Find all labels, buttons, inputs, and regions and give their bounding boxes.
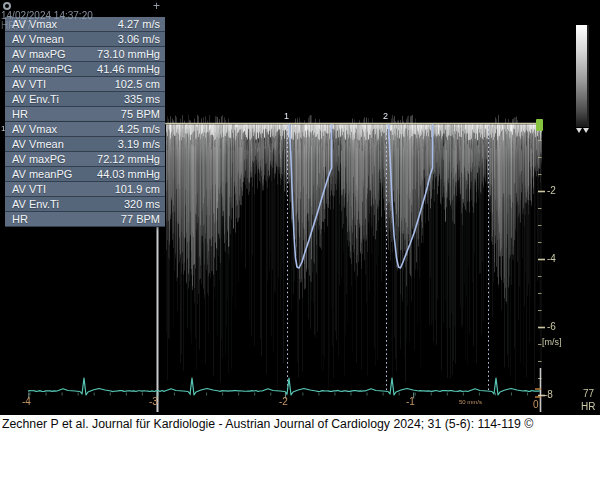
- citation-text: Zechner P et al. Journal für Kardiologie…: [2, 417, 533, 431]
- measurement-value: 44.03 mmHg: [97, 167, 165, 181]
- measurement-value: 72.12 mmHg: [97, 152, 165, 166]
- measurement-row: AV meanPG41.46 mmHg: [5, 62, 165, 77]
- footer-strip: Zechner P et al. Journal für Kardiologie…: [0, 415, 600, 479]
- measurement-value: 335 ms: [124, 92, 165, 106]
- measurement-row: AV Env.Ti335 ms: [5, 92, 165, 107]
- doppler-baseline-marker[interactable]: [536, 119, 543, 131]
- measurement-label: AV maxPG: [5, 47, 66, 61]
- measurement-value: 101.9 cm: [115, 182, 165, 196]
- measurement-label: AV Vmean: [5, 32, 64, 46]
- measurement-label: AV Env.Ti: [5, 197, 59, 211]
- measurement-label: AV meanPG: [5, 167, 72, 181]
- time-axis-label: -1: [406, 396, 415, 407]
- measurement-row: AV maxPG72.12 mmHg: [5, 152, 165, 167]
- measurement-label: AV maxPG: [5, 152, 66, 166]
- hr-overlay-label: HR: 77: [1, 20, 32, 31]
- measurement-set-marker: 1: [1, 124, 5, 133]
- measurement-label: HR: [5, 212, 28, 226]
- velocity-axis-label: -2: [547, 185, 556, 196]
- measurement-value: 73.10 mmHg: [97, 47, 165, 61]
- measurement-value: 102.5 cm: [115, 77, 165, 91]
- measurement-label: AV VTI: [5, 77, 46, 91]
- measurement-value: 4.27 m/s: [118, 17, 165, 31]
- measurement-row: AV VTI102.5 cm: [5, 77, 165, 92]
- beat-marker: 2: [383, 111, 388, 121]
- measurement-row: AV Vmax4.25 m/s: [5, 122, 165, 137]
- measurement-value: 3.06 m/s: [118, 32, 165, 46]
- beat-marker: 1: [284, 111, 289, 121]
- measurement-row: AV Env.Ti320 ms: [5, 197, 165, 212]
- measurement-row: AV meanPG44.03 mmHg: [5, 167, 165, 182]
- measurement-value: 320 ms: [124, 197, 165, 211]
- measurement-panel-1: AV Vmax4.27 m/s AV Vmean3.06 m/s AV maxP…: [5, 17, 165, 122]
- velocity-axis-label: -8: [544, 389, 553, 400]
- measurement-value: 77 BPM: [121, 212, 165, 226]
- measurement-label: AV Env.Ti: [5, 92, 59, 106]
- velocity-axis-label: -6: [547, 321, 556, 332]
- measurement-value: 75 BPM: [121, 107, 165, 121]
- measurement-row: AV VTI101.9 cm: [5, 182, 165, 197]
- measurement-row: AV maxPG73.10 mmHg: [5, 47, 165, 62]
- measurement-value: 4.25 m/s: [118, 122, 165, 136]
- measurement-row: HR75 BPM: [5, 107, 165, 122]
- sweep-speed-label: 50 mm/s: [459, 399, 482, 405]
- measurement-label: AV Vmax: [5, 122, 57, 136]
- measurement-value: 3.19 m/s: [118, 137, 165, 151]
- hr-value: 77: [583, 388, 594, 399]
- velocity-unit-label: [m/s]: [542, 337, 562, 347]
- time-axis-label: -3: [149, 396, 158, 407]
- measurement-row: AV Vmean3.06 m/s: [5, 32, 165, 47]
- measurement-label: HR: [5, 107, 28, 121]
- time-axis-label: -4: [22, 396, 31, 407]
- time-axis-label: 0: [533, 399, 539, 410]
- orientation-marker-icon: [3, 2, 11, 10]
- grayscale-colorbar: [576, 25, 589, 127]
- measurement-label: AV meanPG: [5, 62, 72, 76]
- measurement-row: HR77 BPM: [5, 212, 165, 227]
- colorbar-marker-icons: [576, 128, 590, 134]
- measurement-panel-2: AV Vmax4.25 m/s AV Vmean3.19 m/s AV maxP…: [5, 122, 165, 227]
- hr-label: HR: [581, 401, 595, 412]
- measurement-row: AV Vmean3.19 m/s: [5, 137, 165, 152]
- measurement-label: AV VTI: [5, 182, 46, 196]
- caliper-plus-icon[interactable]: +: [153, 0, 160, 13]
- measurement-value: 41.46 mmHg: [97, 62, 165, 76]
- time-axis-label: -2: [279, 396, 288, 407]
- velocity-axis-label: -4: [547, 253, 556, 264]
- doppler-display-area: 14/02/2024 14:37:20 HR: 77 + 1 AV Vmax4.…: [0, 0, 600, 415]
- ultrasound-screen: 14/02/2024 14:37:20 HR: 77 + 1 AV Vmax4.…: [0, 0, 600, 479]
- measurement-label: AV Vmean: [5, 137, 64, 151]
